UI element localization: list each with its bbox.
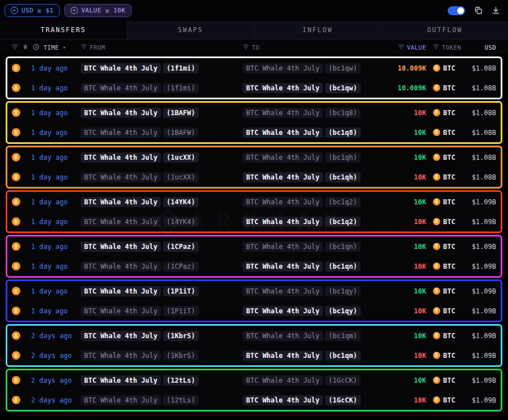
from-entity[interactable]: BTC Whale 4th July (1ucXX)	[81, 152, 243, 163]
to-entity-name[interactable]: BTC Whale 4th July	[243, 242, 323, 252]
to-entity-address[interactable]: (bc1qm)	[325, 351, 361, 361]
from-entity-name[interactable]: BTC Whale 4th July	[81, 63, 161, 73]
from-entity-address[interactable]: (14YK4)	[163, 217, 199, 227]
transfer-time[interactable]: 1 day ago	[31, 129, 81, 137]
from-entity-name[interactable]: BTC Whale 4th July	[81, 108, 161, 118]
live-toggle[interactable]	[448, 6, 465, 15]
transfer-time[interactable]: 1 day ago	[31, 84, 81, 92]
token-cell[interactable]: B BTC	[426, 109, 460, 117]
to-entity[interactable]: BTC Whale 4th July (1GcCK)	[243, 395, 375, 405]
from-entity-name[interactable]: BTC Whale 4th July	[81, 286, 161, 296]
from-entity-address[interactable]: (1f1mi)	[163, 63, 199, 73]
token-cell[interactable]: B BTC	[426, 64, 460, 72]
to-entity-name[interactable]: BTC Whale 4th July	[243, 172, 323, 182]
column-usd[interactable]: USD	[485, 44, 496, 51]
from-entity-address[interactable]: (1KbrS)	[163, 351, 199, 361]
to-entity-address[interactable]: (bc1qy)	[325, 306, 361, 316]
from-entity[interactable]: BTC Whale 4th July (1BAFW)	[81, 108, 243, 118]
to-entity-name[interactable]: BTC Whale 4th July	[243, 306, 323, 316]
from-entity[interactable]: BTC Whale 4th July (1KbrS)	[81, 331, 243, 341]
to-entity[interactable]: BTC Whale 4th July (bc1q8)	[243, 128, 375, 138]
transfer-row[interactable]: B 2 days ago BTC Whale 4th July (1KbrS) …	[7, 326, 501, 345]
token-cell[interactable]: B BTC	[426, 377, 460, 384]
transfer-time[interactable]: 1 day ago	[31, 262, 81, 270]
from-entity-name[interactable]: BTC Whale 4th July	[81, 197, 161, 207]
transfer-row[interactable]: B 2 days ago BTC Whale 4th July (1KbrS) …	[7, 345, 501, 365]
to-entity-name[interactable]: BTC Whale 4th July	[243, 152, 323, 163]
from-entity[interactable]: BTC Whale 4th July (1P1iT)	[81, 306, 243, 316]
to-entity[interactable]: BTC Whale 4th July (bc1qy)	[243, 306, 375, 316]
token-cell[interactable]: B BTC	[426, 173, 460, 181]
to-entity[interactable]: BTC Whale 4th July (1GcCK)	[243, 375, 375, 386]
transfer-row[interactable]: B 1 day ago BTC Whale 4th July (1BAFW) B…	[7, 103, 501, 123]
to-entity-address[interactable]: (bc1qm)	[325, 331, 361, 341]
transfer-row[interactable]: B 1 day ago BTC Whale 4th July (1CPaz) B…	[7, 256, 501, 276]
to-entity-name[interactable]: BTC Whale 4th July	[243, 351, 323, 361]
from-entity-name[interactable]: BTC Whale 4th July	[81, 172, 161, 182]
tab-inflow[interactable]: INFLOW	[255, 21, 382, 39]
link-icon[interactable]	[22, 43, 29, 51]
to-entity-name[interactable]: BTC Whale 4th July	[243, 63, 323, 73]
from-entity-name[interactable]: BTC Whale 4th July	[81, 395, 161, 405]
to-entity-name[interactable]: BTC Whale 4th July	[243, 375, 323, 386]
to-entity[interactable]: BTC Whale 4th July (bc1qn)	[243, 242, 375, 252]
from-entity-name[interactable]: BTC Whale 4th July	[81, 217, 161, 227]
from-entity-address[interactable]: (1ucXX)	[163, 172, 199, 182]
to-entity-address[interactable]: (bc1q8)	[325, 108, 361, 118]
from-entity[interactable]: BTC Whale 4th July (12tLs)	[81, 375, 243, 386]
from-entity[interactable]: BTC Whale 4th July (14YK4)	[81, 197, 243, 207]
copy-icon[interactable]	[474, 6, 483, 15]
transfer-row[interactable]: B 1 day ago BTC Whale 4th July (1ucXX) B…	[7, 147, 501, 167]
tab-swaps[interactable]: SWAPS	[127, 21, 254, 39]
from-entity-name[interactable]: BTC Whale 4th July	[81, 306, 161, 316]
to-entity[interactable]: BTC Whale 4th July (bc1qm)	[243, 351, 375, 361]
filter-icon[interactable]	[433, 44, 439, 51]
from-entity-address[interactable]: (14YK4)	[163, 197, 199, 207]
filter-icon[interactable]	[12, 44, 18, 51]
from-entity-address[interactable]: (1P1iT)	[163, 286, 199, 296]
transfer-time[interactable]: 1 day ago	[31, 218, 81, 226]
transfer-time[interactable]: 1 day ago	[31, 154, 81, 161]
from-entity-address[interactable]: (12tLs)	[163, 395, 199, 405]
to-entity[interactable]: BTC Whale 4th July (bc1q2)	[243, 197, 375, 207]
column-from[interactable]: FROM	[90, 44, 105, 51]
from-entity[interactable]: BTC Whale 4th July (1CPaz)	[81, 242, 243, 252]
from-entity-address[interactable]: (1ucXX)	[163, 152, 199, 163]
remove-filter-icon[interactable]: ×	[11, 7, 18, 14]
transfer-row[interactable]: B 1 day ago BTC Whale 4th July (1CPaz) B…	[7, 237, 501, 256]
transfer-time[interactable]: 2 days ago	[31, 377, 81, 384]
to-entity[interactable]: BTC Whale 4th July (bc1qn)	[243, 261, 375, 272]
tab-transfers[interactable]: TRANSFERS	[0, 21, 127, 39]
to-entity-address[interactable]: (bc1qw)	[325, 83, 361, 93]
from-entity[interactable]: BTC Whale 4th July (1CPaz)	[81, 261, 243, 272]
column-value[interactable]: VALUE	[407, 44, 426, 51]
to-entity-name[interactable]: BTC Whale 4th July	[243, 83, 323, 93]
download-icon[interactable]	[492, 6, 500, 15]
transfer-row[interactable]: B 1 day ago BTC Whale 4th July (1BAFW) B…	[7, 123, 501, 142]
transfer-row[interactable]: B 2 days ago BTC Whale 4th July (12tLs) …	[7, 390, 501, 410]
to-entity-address[interactable]: (bc1qn)	[325, 261, 361, 272]
from-entity-address[interactable]: (1BAFW)	[163, 108, 199, 118]
token-cell[interactable]: B BTC	[426, 243, 460, 251]
to-entity-name[interactable]: BTC Whale 4th July	[243, 217, 323, 227]
to-entity[interactable]: BTC Whale 4th July (bc1qy)	[243, 286, 375, 296]
column-time[interactable]: TIME	[43, 44, 59, 51]
filter-chip-value[interactable]: × VALUE ≥ 10K	[64, 4, 132, 17]
to-entity-address[interactable]: (bc1qn)	[325, 242, 361, 252]
transfer-row[interactable]: B 1 day ago BTC Whale 4th July (1f1mi) B…	[7, 58, 501, 78]
to-entity-name[interactable]: BTC Whale 4th July	[243, 286, 323, 296]
token-cell[interactable]: B BTC	[426, 287, 460, 295]
from-entity-address[interactable]: (1CPaz)	[163, 242, 199, 252]
from-entity-address[interactable]: (1CPaz)	[163, 261, 199, 272]
to-entity[interactable]: BTC Whale 4th July (bc1q8)	[243, 108, 375, 118]
remove-filter-icon[interactable]: ×	[71, 7, 78, 14]
to-entity[interactable]: BTC Whale 4th July (bc1qw)	[243, 83, 375, 93]
token-cell[interactable]: B BTC	[426, 352, 460, 360]
transfer-row[interactable]: B 2 days ago BTC Whale 4th July (12tLs) …	[7, 370, 501, 390]
transfer-time[interactable]: 2 days ago	[31, 332, 81, 340]
to-entity-name[interactable]: BTC Whale 4th July	[243, 395, 323, 405]
token-cell[interactable]: B BTC	[426, 262, 460, 270]
transfer-row[interactable]: B 1 day ago BTC Whale 4th July (14YK4) B…	[7, 212, 501, 231]
to-entity-address[interactable]: (1GcCK)	[325, 395, 361, 405]
to-entity-name[interactable]: BTC Whale 4th July	[243, 108, 323, 118]
